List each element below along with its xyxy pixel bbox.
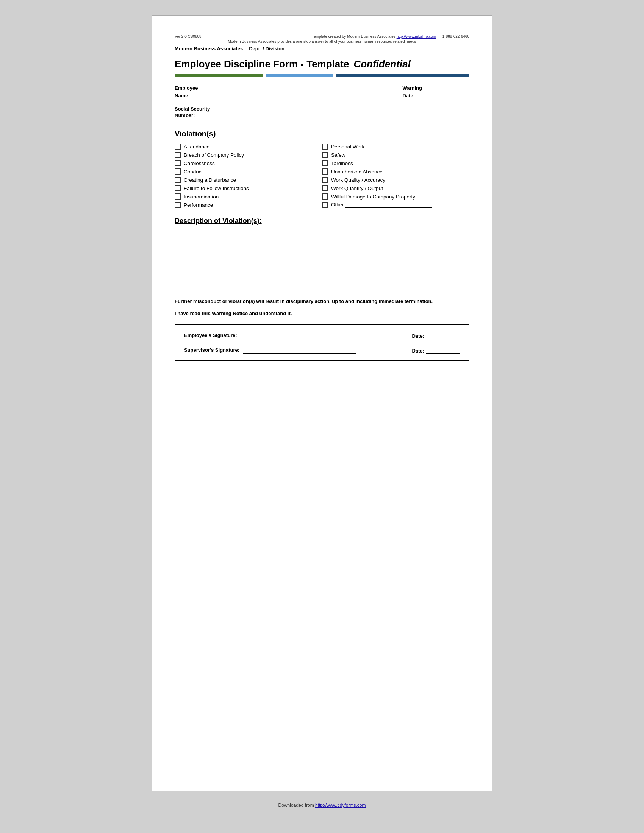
- checkbox-other-box[interactable]: [322, 202, 328, 208]
- warning-date-input[interactable]: [416, 92, 469, 98]
- violations-section: Violation(s) Attendance Breach of Compan…: [175, 130, 469, 208]
- employee-sig-input[interactable]: [240, 332, 354, 339]
- color-bar: [175, 74, 469, 77]
- checkbox-personal-work-box[interactable]: [322, 143, 328, 150]
- warning-label: Warning: [402, 85, 469, 91]
- confidential-label: Confidential: [353, 58, 410, 70]
- signature-box: Employee's Signature: Date: Supervisor's…: [175, 325, 469, 361]
- website-link[interactable]: http://www.mbahro.com: [397, 34, 436, 39]
- checkbox-unauthorized-absence: Unauthorized Absence: [322, 169, 469, 175]
- checkbox-carelessness-box[interactable]: [175, 160, 181, 166]
- footer: Downloaded from http://www.tidyforms.com: [279, 803, 366, 808]
- desc-line-2[interactable]: [175, 243, 469, 243]
- description-section: Description of Violation(s):: [175, 217, 469, 287]
- supervisor-date-input[interactable]: [426, 347, 460, 354]
- violations-grid: Attendance Breach of Company Policy Care…: [175, 143, 469, 208]
- dept-underline-field[interactable]: [289, 50, 365, 50]
- employee-date-input[interactable]: [426, 333, 460, 339]
- checkbox-attendance: Attendance: [175, 143, 322, 150]
- supervisor-sig-date-group: Date:: [412, 347, 460, 354]
- checkbox-insubordination-box[interactable]: [175, 193, 181, 199]
- checkbox-disturbance-box[interactable]: [175, 177, 181, 183]
- desc-line-3[interactable]: [175, 254, 469, 254]
- violations-left-col: Attendance Breach of Company Policy Care…: [175, 143, 322, 208]
- violations-right-col: Personal Work Safety Tardiness Unauthori…: [322, 143, 469, 208]
- bar-blue-dark: [336, 74, 469, 77]
- checkbox-breach-box[interactable]: [175, 152, 181, 158]
- desc-line-1[interactable]: [175, 232, 469, 232]
- employee-name-input[interactable]: [191, 92, 297, 98]
- description-title: Description of Violation(s):: [175, 217, 469, 225]
- checkbox-performance: Performance: [175, 202, 322, 208]
- checkbox-tardiness: Tardiness: [322, 160, 469, 166]
- checkbox-disturbance: Creating a Disturbance: [175, 177, 322, 183]
- checkbox-unauthorized-absence-box[interactable]: [322, 169, 328, 175]
- employee-sig-date-group: Date:: [412, 333, 460, 339]
- version-text: Ver 2.0 CS0808: [175, 34, 201, 39]
- other-input[interactable]: [345, 202, 432, 208]
- document-page: Ver 2.0 CS0808 Template created by Moder…: [151, 15, 493, 791]
- employee-label: Employee: [175, 85, 297, 91]
- desc-line-6[interactable]: [175, 286, 469, 287]
- ssn-label: Social Security: [175, 106, 210, 112]
- top-fields-row: Employee Name: Warning Date:: [175, 85, 469, 98]
- checkbox-willful-damage: Willful Damage to Company Property: [322, 193, 469, 199]
- checkbox-breach: Breach of Company Policy: [175, 152, 322, 158]
- bar-green: [175, 74, 263, 77]
- warning-date-group: Warning Date:: [402, 85, 469, 98]
- supervisor-sig-label: Supervisor's Signature:: [184, 347, 240, 353]
- supervisor-sig-input[interactable]: [243, 346, 356, 354]
- checkbox-conduct: Conduct: [175, 169, 322, 175]
- warning-text: Further misconduct or violation(s) will …: [175, 298, 469, 305]
- supervisor-sig-group: Supervisor's Signature:: [184, 346, 356, 354]
- checkbox-safety: Safety: [322, 152, 469, 158]
- checkbox-performance-box[interactable]: [175, 202, 181, 208]
- checkbox-failure-box[interactable]: [175, 185, 181, 191]
- checkbox-insubordination: Insubordination: [175, 193, 322, 199]
- footer-link[interactable]: http://www.tidyforms.com: [315, 803, 365, 808]
- checkbox-attendance-box[interactable]: [175, 143, 181, 150]
- supervisor-sig-row: Supervisor's Signature: Date:: [184, 346, 460, 354]
- checkbox-tardiness-box[interactable]: [322, 160, 328, 166]
- employee-sig-label: Employee's Signature:: [184, 333, 237, 338]
- checkbox-failure: Failure to Follow Instructions: [175, 185, 322, 191]
- checkbox-safety-box[interactable]: [322, 152, 328, 158]
- main-title: Employee Discipline Form - Template: [175, 58, 349, 70]
- title-row: Employee Discipline Form - Template Conf…: [175, 58, 469, 70]
- template-credit: Template created by Modern Business Asso…: [312, 34, 469, 39]
- employee-name-field-row: Name:: [175, 92, 297, 98]
- warning-date-field-row: Date:: [402, 92, 469, 98]
- checkbox-work-quantity-box[interactable]: [322, 185, 328, 191]
- company-name: Modern Business Associates: [175, 46, 243, 51]
- checkbox-carelessness: Carelessness: [175, 160, 322, 166]
- desc-line-5[interactable]: [175, 276, 469, 276]
- bar-blue-light: [266, 74, 333, 77]
- ssn-input[interactable]: [196, 112, 302, 118]
- checkbox-work-quality-box[interactable]: [322, 177, 328, 183]
- checkbox-personal-work: Personal Work: [322, 143, 469, 150]
- checkbox-work-quantity: Work Quantity / Output: [322, 185, 469, 191]
- violations-title: Violation(s): [175, 130, 469, 138]
- ssn-field-row: Number:: [175, 112, 469, 118]
- checkbox-willful-damage-box[interactable]: [322, 193, 328, 199]
- read-notice-text: I have read this Warning Notice and unde…: [175, 310, 469, 316]
- employee-sig-group: Employee's Signature:: [184, 332, 354, 339]
- header-subtitle: Modern Business Associates provides a on…: [175, 39, 469, 43]
- checkbox-work-quality: Work Quality / Accuracy: [322, 177, 469, 183]
- ssn-group: Social Security Number:: [175, 105, 469, 118]
- employee-sig-row: Employee's Signature: Date:: [184, 332, 460, 339]
- checkbox-conduct-box[interactable]: [175, 169, 181, 175]
- header-company-row: Modern Business Associates Dept. / Divis…: [175, 46, 469, 51]
- checkbox-other: Other: [322, 202, 469, 208]
- dept-label: Dept. / Division:: [249, 46, 365, 51]
- desc-line-4[interactable]: [175, 265, 469, 265]
- employee-name-group: Employee Name:: [175, 85, 297, 98]
- header-meta: Ver 2.0 CS0808 Template created by Moder…: [175, 34, 469, 39]
